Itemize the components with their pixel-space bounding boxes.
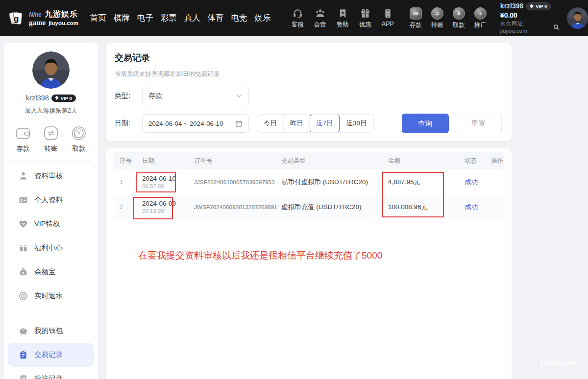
date-value: 2024-06-09 [142,200,188,207]
reset-button[interactable]: 重置 [455,114,502,133]
row-transaction-type: 虚拟币充值 (USDT/TRC20) [275,203,382,212]
row-amount: 100,008.96元 [382,203,459,212]
quick-app[interactable]: APP [379,8,397,29]
topbar-withdraw[interactable]: ¥ 取款 [450,7,468,29]
wallet-links: 存款 ⇄ 转账 ¥ 取款 ♦ 推广 [407,7,490,29]
topbar-deposit[interactable]: 存款 [407,7,425,29]
logo-nine: Nine [29,12,42,18]
row-date: 2024-06-09 20:13:28 [136,200,188,214]
headset-icon [292,8,303,19]
page-subtitle: 当前系统支持查询最近30日的交易记录 [115,70,503,78]
sidebar-item-profile-review[interactable]: 资料审核 [4,164,98,188]
date-range-value: 2024-06-04 ~ 2024-06-10 [148,120,223,127]
site-logo[interactable]: g Nine 九游娱乐 game jiuyou.com [7,9,78,27]
sidebar-item-my-wallet[interactable]: 我的钱包 [4,319,98,343]
quick-support-label: 客服 [292,21,304,29]
topbar-deposit-label: 存款 [410,21,422,29]
logo-latin: game [29,19,46,27]
sidebar-item-label: VIP特权 [34,219,60,229]
range-last30days[interactable]: 近30日 [340,115,373,132]
gift-icon [360,8,371,19]
username[interactable]: krzl398 [500,2,523,11]
avatar[interactable] [32,51,70,89]
col-header-type: 交易类型 [275,157,382,165]
deposit-wallet-icon [410,7,422,20]
sidebar-item-label: 资料审核 [34,171,63,181]
quick-promos[interactable]: 优惠 [356,8,374,29]
row-order-number: JJSF202406100657039397953 [188,179,275,186]
col-header-date: 日期 [136,157,188,165]
rebate-icon [19,291,28,301]
date-filter-row: 日期: 2024-06-04 ~ 2024-06-10 今日 昨日 近7日 近3… [115,114,503,133]
nav-home[interactable]: 首页 [89,11,107,25]
nav-slots[interactable]: 电子 [136,11,154,25]
quick-partners[interactable]: 合营 [311,8,329,29]
logo-text: Nine 九游娱乐 game jiuyou.com [29,10,78,26]
calendar-icon [235,120,243,127]
deposit-button[interactable]: 存款 [15,125,31,153]
type-filter-label: 类型: [115,92,134,100]
nav-lottery[interactable]: 彩票 [160,11,178,25]
vip-badge[interactable]: VIP 0 [51,95,76,102]
transfer-button[interactable]: 转账 [43,125,59,153]
nav-chess[interactable]: 棋牌 [113,11,131,25]
svg-text:¥: ¥ [77,130,81,137]
type-select[interactable]: 存款 [142,87,249,105]
avatar[interactable] [567,7,588,29]
row-status-link[interactable]: 成功 [459,178,485,187]
table-row: 2 2024-06-09 20:13:28 JWSF20240609201328… [114,194,504,219]
quick-sponsor-label: 赞助 [337,21,349,29]
joined-days: 加入九游娱乐第2天 [4,107,98,115]
date-range-input[interactable]: 2024-06-04 ~ 2024-06-10 [142,114,249,133]
nav-live[interactable]: 真人 [183,11,201,25]
range-yesterday[interactable]: 昨日 [283,115,310,132]
search-icon[interactable] [553,24,560,30]
sidebar-item-welfare[interactable]: 福利中心 [4,236,98,260]
quick-support[interactable]: 客服 [289,8,307,29]
sidebar-item-yuebao[interactable]: 余额宝 [4,260,98,284]
sidebar-item-label: 实时返水 [34,291,63,301]
money-bag-icon [19,267,28,277]
user-info: krzl398 VIP 0 ¥0.00 永久网址: jiuyou.com [500,2,560,34]
quick-app-label: APP [382,21,394,27]
sidebar-item-vip[interactable]: VIP特权 [4,212,98,236]
topbar-transfer[interactable]: ⇄ 转账 [428,7,446,29]
sidebar-item-label: 福利中心 [34,243,63,253]
row-index: 2 [114,203,136,211]
username: krzl398 [26,94,49,102]
topbar-promote[interactable]: ♦ 推广 [471,7,490,29]
withdraw-button[interactable]: ¥ 取款 [71,125,87,153]
range-today[interactable]: 今日 [257,115,283,132]
sidebar-item-rebate[interactable]: 实时返水 [4,284,98,308]
bet-records-icon [19,374,28,379]
nav-esports[interactable]: 电竞 [230,11,248,25]
table-row: 1 2024-06-10 06:57:03 JJSF20240610065703… [114,169,504,194]
transactions-clipboard-icon [19,350,28,359]
main-nav: 首页 棋牌 电子 彩票 真人 体育 电竞 娱乐 [89,11,272,25]
sidebar-menu-wallet: 我的钱包 交易记录 投注记录 [4,316,98,379]
row-date: 2024-06-10 06:57:03 [136,175,188,189]
watermark: shequ.me [539,358,576,366]
nav-entertainment[interactable]: 娱乐 [254,11,272,25]
vip-badge[interactable]: VIP 0 [526,2,551,10]
range-last7days[interactable]: 近7日 [310,114,340,133]
quick-sponsor[interactable]: 赞助 [334,8,352,29]
vip-diamond-icon [529,4,534,9]
svg-text:g: g [13,14,19,24]
nav-sports[interactable]: 体育 [207,11,225,25]
sidebar-item-bet-records[interactable]: 投注记录 [4,367,98,379]
sidebar-item-transactions[interactable]: 交易记录 [8,343,94,367]
topbar-promote-label: 推广 [474,21,487,29]
topbar-withdraw-label: 取款 [453,21,465,29]
vip-level: VIP 0 [536,3,547,9]
row-status-link[interactable]: 成功 [459,203,485,212]
query-button[interactable]: 查询 [402,114,449,133]
quick-range-group: 今日 昨日 近7日 近30日 [257,114,374,133]
sidebar-menu: 资料审核 个人资料 VIP特权 福利中心 [4,162,98,308]
piggy-bank-icon [19,326,28,335]
filter-buttons: 查询 重置 [402,114,502,133]
withdraw-icon: ¥ [71,125,87,142]
quick-promos-label: 优惠 [359,21,371,29]
row-order-number: JWSF202406092013287269891 [188,204,275,211]
sidebar-item-personal-info[interactable]: 个人资料 [4,188,98,212]
